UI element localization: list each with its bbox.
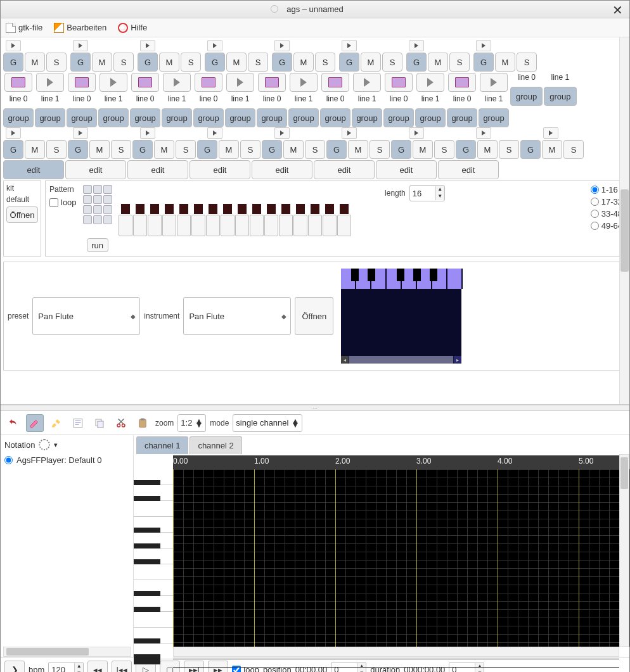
length-spinner[interactable]: ▲▼ (409, 185, 445, 201)
g-button[interactable]: G (3, 53, 23, 72)
group-button[interactable]: group (67, 108, 97, 127)
editor-hscroll[interactable] (173, 647, 619, 657)
m-button[interactable]: M (495, 53, 515, 72)
folder-icon[interactable] (258, 73, 286, 92)
g-button[interactable]: G (138, 53, 158, 72)
undo-button[interactable] (4, 414, 22, 432)
g-button[interactable]: G (197, 140, 217, 159)
preview-hscroll[interactable]: ◂▸ (341, 356, 461, 364)
pattern-step[interactable] (206, 215, 220, 236)
s-button[interactable]: S (240, 140, 260, 159)
group-button[interactable]: group (288, 108, 319, 127)
folder-icon[interactable] (131, 73, 159, 92)
mini-play-button[interactable] (207, 127, 222, 139)
group-button[interactable]: group (447, 108, 477, 127)
s-button[interactable]: S (382, 53, 402, 72)
mini-play-button[interactable] (140, 127, 155, 139)
mode-combo[interactable]: single channel▲▼ (233, 414, 302, 432)
g-button[interactable]: G (262, 140, 282, 159)
run-button[interactable]: run (87, 238, 108, 252)
s-button[interactable]: S (181, 53, 201, 72)
pattern-step[interactable] (293, 215, 307, 236)
copy-button[interactable] (91, 414, 108, 432)
black-key[interactable] (134, 654, 160, 664)
folder-icon[interactable] (68, 73, 96, 92)
m-button[interactable]: M (219, 140, 239, 159)
g-button[interactable]: G (205, 53, 225, 72)
g-button[interactable]: G (272, 53, 292, 72)
pattern-step[interactable] (264, 215, 278, 236)
play-icon[interactable] (480, 73, 508, 92)
white-key[interactable] (134, 501, 173, 517)
folder-icon[interactable] (385, 73, 413, 92)
s-button[interactable]: S (434, 140, 454, 159)
group-button[interactable]: group (383, 108, 414, 127)
edit-button[interactable]: edit (65, 160, 126, 179)
m-button[interactable]: M (428, 53, 448, 72)
loop-checkbox[interactable]: loop (49, 198, 77, 207)
pane-splitter[interactable]: ⋯ (1, 405, 629, 411)
s-button[interactable]: S (305, 140, 325, 159)
play-icon[interactable] (353, 73, 381, 92)
group-button[interactable]: group (162, 108, 192, 127)
close-button[interactable]: ✕ (610, 3, 626, 18)
mini-play-button[interactable] (6, 127, 21, 139)
folder-icon[interactable] (4, 73, 32, 92)
pattern-step[interactable] (191, 215, 205, 236)
piano-roll[interactable]: 0.00 1.00 2.00 3.00 4.00 5.00 (173, 455, 619, 647)
g-button[interactable]: G (339, 53, 359, 72)
g-button[interactable]: G (473, 53, 494, 72)
forward-button[interactable]: ▸▸ (208, 661, 228, 673)
play-icon[interactable] (416, 73, 444, 92)
m-button[interactable]: M (348, 140, 368, 159)
main-vscrollbar[interactable] (619, 37, 629, 404)
edit-button[interactable]: edit (3, 160, 64, 179)
chevron-down-icon[interactable]: ▾ (54, 441, 58, 449)
group-button[interactable]: group (225, 108, 255, 127)
pattern-step[interactable] (177, 215, 191, 236)
m-button[interactable]: M (25, 53, 45, 72)
group-button[interactable]: group (479, 108, 509, 127)
pattern-step[interactable] (148, 215, 162, 236)
m-button[interactable]: M (226, 53, 247, 72)
mini-play-button[interactable] (476, 127, 491, 139)
piano-keys[interactable] (134, 469, 173, 647)
mini-play-button[interactable] (274, 127, 290, 139)
tab-channel-2[interactable]: channel 2 (190, 436, 241, 454)
group-button[interactable]: group (257, 108, 287, 127)
expand-button[interactable]: ❯ (4, 661, 25, 673)
s-button[interactable]: S (499, 140, 519, 159)
play-icon[interactable] (226, 73, 254, 92)
s-button[interactable]: S (113, 53, 134, 72)
s-button[interactable]: S (370, 140, 390, 159)
play-icon[interactable] (36, 73, 64, 92)
m-button[interactable]: M (89, 140, 110, 159)
folder-icon[interactable] (448, 73, 476, 92)
m-button[interactable]: M (542, 140, 562, 159)
s-button[interactable]: S (517, 53, 537, 72)
mini-play-button[interactable] (342, 127, 357, 139)
g-button[interactable]: G (326, 140, 347, 159)
edit-button[interactable]: edit (127, 160, 188, 179)
to-start-button[interactable]: |◂◂ (112, 661, 132, 673)
pattern-step[interactable] (250, 215, 264, 236)
group-button[interactable]: group (98, 108, 129, 127)
g-button[interactable]: G (68, 140, 88, 159)
mini-play-button[interactable] (409, 127, 424, 139)
edit-button[interactable]: edit (252, 160, 312, 179)
pattern-step[interactable] (323, 215, 337, 236)
mini-play-button[interactable] (476, 40, 491, 51)
pattern-step[interactable] (308, 215, 322, 236)
group-button[interactable]: group (415, 108, 446, 127)
folder-icon[interactable] (321, 73, 349, 92)
rewind-button[interactable]: ◂◂ (87, 661, 108, 673)
pattern-step[interactable] (119, 215, 132, 236)
group-button[interactable]: group (320, 108, 350, 127)
play-icon[interactable] (163, 73, 191, 92)
brush-button[interactable] (48, 414, 65, 432)
cut-button[interactable] (112, 414, 130, 432)
m-button[interactable]: M (159, 53, 179, 72)
pattern-step[interactable] (279, 215, 293, 236)
paste-button[interactable] (134, 414, 151, 432)
m-button[interactable]: M (25, 140, 45, 159)
